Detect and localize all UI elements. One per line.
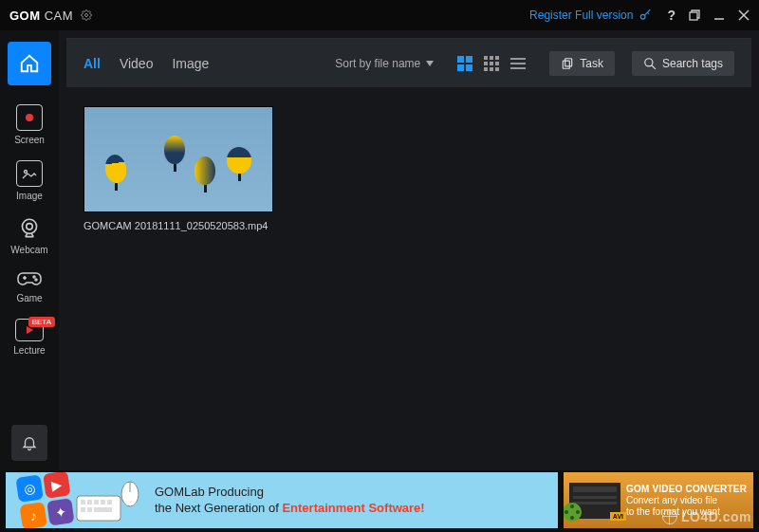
home-icon	[19, 53, 40, 74]
ad-converter[interactable]: AVI GOM VIDEO CONVERTER Convert any vide…	[564, 472, 753, 528]
ad-row: ◎ ▶ ♪ ✦ GOMLab Producing the Next Genera…	[0, 470, 759, 532]
view-list-icon[interactable]	[509, 55, 527, 72]
svg-rect-31	[564, 61, 570, 68]
task-label: Task	[580, 57, 603, 70]
webcam-icon	[17, 216, 42, 241]
register-link[interactable]: Register Full version	[529, 9, 652, 22]
search-icon	[643, 57, 657, 70]
svg-point-7	[25, 171, 28, 174]
svg-rect-20	[495, 56, 499, 60]
svg-rect-46	[573, 486, 617, 492]
svg-rect-24	[484, 67, 488, 71]
svg-rect-40	[81, 507, 85, 512]
svg-rect-26	[495, 67, 499, 71]
brand: GOM CAM	[9, 9, 92, 23]
sidebar-item-screen[interactable]: Screen	[8, 99, 51, 151]
key-icon	[639, 9, 652, 22]
svg-rect-19	[490, 56, 493, 60]
tab-all[interactable]: All	[83, 56, 101, 71]
chevron-down-icon	[426, 61, 434, 66]
svg-point-1	[641, 14, 646, 19]
svg-point-53	[570, 516, 574, 520]
sidebar-item-label: Screen	[14, 135, 45, 145]
svg-rect-47	[573, 496, 617, 499]
svg-point-11	[35, 279, 37, 281]
tab-image[interactable]: Image	[172, 56, 209, 71]
screen-icon	[16, 104, 43, 131]
view-options	[456, 55, 527, 72]
image-icon	[16, 160, 43, 187]
sidebar: Screen Image Webcam Game BETA Lecture	[0, 30, 59, 470]
svg-point-50	[570, 504, 574, 508]
search-label: Search tags	[662, 57, 723, 70]
beta-badge: BETA	[28, 317, 55, 327]
sidebar-item-label: Game	[16, 293, 42, 303]
svg-rect-42	[94, 507, 112, 512]
gamepad-icon	[16, 270, 43, 289]
close-icon[interactable]	[738, 9, 750, 21]
sidebar-item-lecture[interactable]: BETA Lecture	[8, 313, 51, 361]
svg-rect-35	[81, 500, 85, 504]
bell-icon	[21, 434, 38, 451]
svg-rect-21	[484, 62, 488, 65]
sidebar-item-label: Lecture	[13, 345, 45, 356]
svg-line-33	[652, 64, 656, 68]
svg-rect-15	[466, 56, 472, 63]
sidebar-item-game[interactable]: Game	[8, 265, 51, 309]
restore-icon[interactable]	[689, 9, 700, 21]
svg-point-9	[27, 224, 33, 230]
sidebar-item-image[interactable]: Image	[8, 155, 51, 207]
gallery: GOMCAM 20181111_0250520583.mp4	[66, 87, 751, 463]
task-button[interactable]: Task	[549, 51, 615, 76]
svg-rect-18	[484, 56, 488, 60]
titlebar: GOM CAM Register Full version ?	[0, 0, 759, 30]
sidebar-item-webcam[interactable]: Webcam	[8, 211, 51, 261]
svg-point-0	[85, 14, 88, 17]
tab-video[interactable]: Video	[120, 56, 154, 71]
keyboard-mouse-icon	[75, 479, 141, 523]
svg-rect-39	[107, 500, 112, 504]
view-small-grid-icon[interactable]	[483, 55, 500, 72]
filter-tabs: All Video Image	[83, 56, 209, 71]
ad-gomlab[interactable]: ◎ ▶ ♪ ✦ GOMLab Producing the Next Genera…	[6, 472, 558, 528]
ad-text: GOMLab Producing the Next Generation of …	[155, 485, 425, 516]
task-icon	[561, 57, 574, 70]
window-controls: ?	[667, 8, 750, 23]
brand-text: GOM CAM	[9, 9, 73, 23]
search-tags-button[interactable]: Search tags	[632, 51, 734, 76]
svg-rect-41	[87, 507, 92, 512]
svg-rect-25	[490, 67, 493, 71]
minimize-icon[interactable]	[713, 9, 725, 21]
gear-icon[interactable]	[81, 9, 92, 21]
svg-rect-37	[94, 500, 99, 504]
svg-rect-14	[457, 56, 464, 63]
svg-rect-30	[565, 58, 572, 65]
svg-point-52	[576, 510, 580, 514]
svg-marker-12	[27, 326, 33, 334]
svg-point-6	[26, 114, 33, 121]
sidebar-notifications[interactable]	[11, 425, 47, 461]
ad-converter-icon: AVI	[569, 483, 620, 519]
main-area: All Video Image Sort by file name	[59, 30, 759, 470]
svg-rect-16	[457, 64, 464, 71]
svg-marker-13	[426, 61, 434, 66]
svg-point-51	[565, 510, 568, 514]
svg-rect-22	[490, 62, 493, 65]
video-thumbnail[interactable]	[83, 106, 273, 212]
ad-graphics: ◎ ▶ ♪ ✦	[19, 474, 141, 526]
view-large-grid-icon[interactable]	[456, 55, 473, 72]
sort-dropdown[interactable]: Sort by file name	[335, 57, 434, 70]
svg-point-32	[645, 58, 653, 65]
svg-point-8	[22, 219, 36, 233]
sidebar-item-label: Webcam	[10, 245, 47, 255]
help-icon[interactable]: ?	[667, 8, 676, 23]
svg-rect-2	[690, 12, 697, 20]
svg-rect-17	[466, 64, 472, 71]
ad-converter-text: GOM VIDEO CONVERTER Convert any video fi…	[626, 484, 747, 518]
svg-rect-38	[101, 500, 105, 504]
gallery-item[interactable]: GOMCAM 20181111_0250520583.mp4	[83, 106, 273, 231]
sort-label: Sort by file name	[335, 57, 420, 70]
svg-rect-36	[87, 500, 92, 504]
sidebar-item-home[interactable]	[8, 42, 51, 85]
sidebar-item-label: Image	[16, 191, 43, 201]
